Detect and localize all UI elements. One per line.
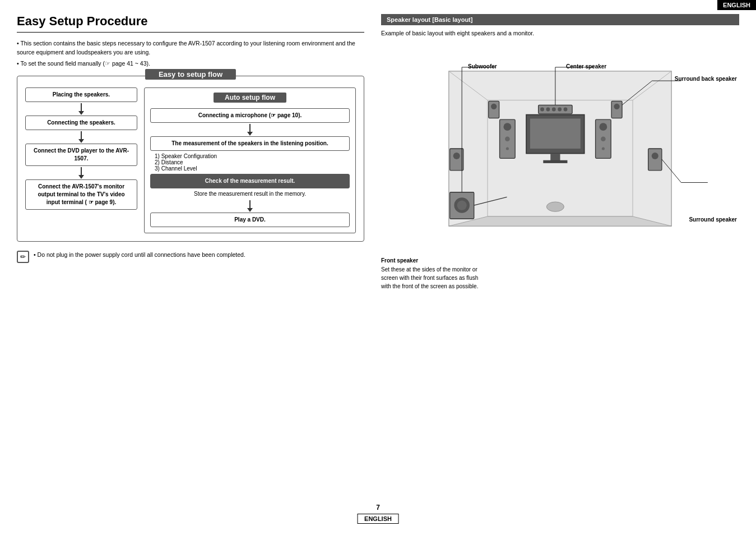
- left-steps: Placing the speakers. Connecting the spe…: [25, 87, 137, 233]
- bottom-english-label: ENGLISH: [357, 514, 399, 524]
- intro-section: This section contains the basic steps ne…: [17, 39, 364, 68]
- svg-point-21: [506, 147, 509, 150]
- svg-point-20: [505, 136, 510, 141]
- svg-point-23: [599, 123, 607, 131]
- arrow-auto-1: [247, 123, 253, 136]
- auto-setup-column: Auto setup flow Connecting a microphone …: [144, 87, 356, 233]
- svg-point-25: [602, 147, 605, 150]
- step-play-dvd: Play a DVD.: [150, 213, 350, 227]
- svg-point-13: [540, 108, 544, 112]
- auto-setup-title: Auto setup flow: [214, 93, 286, 103]
- note-section: Do not plug in the power supply cord unt…: [17, 251, 364, 263]
- measurement-item-2: 2) Distance: [155, 159, 345, 165]
- svg-marker-7: [449, 216, 671, 226]
- measurement-item-3: 3) Channel Level: [155, 165, 345, 172]
- surround-speaker-label: Surround speaker: [689, 216, 737, 223]
- measurement-item-1: 1) Speaker Configuration: [155, 153, 345, 159]
- page-title: Easy Setup Procedure: [17, 14, 364, 33]
- svg-point-24: [601, 136, 606, 141]
- svg-point-15: [552, 108, 556, 112]
- flow-inner: Placing the speakers. Connecting the spe…: [25, 87, 356, 233]
- svg-point-19: [503, 123, 511, 131]
- arrow-auto-2: [247, 199, 253, 213]
- front-speaker-desc-block: Front speaker Set these at the sides of …: [381, 257, 482, 290]
- step-measurement: The measurement of the speakers in the l…: [150, 136, 350, 151]
- svg-rect-10: [550, 154, 560, 161]
- front-speaker-section: Front speaker Set these at the sides of …: [381, 257, 739, 290]
- top-english-bar: ENGLISH: [717, 0, 756, 10]
- step-placing: Placing the speakers.: [25, 87, 137, 102]
- page-number: 7: [357, 504, 399, 511]
- svg-rect-9: [530, 118, 581, 149]
- svg-rect-11: [543, 160, 567, 163]
- speaker-diagram-svg: [381, 42, 739, 255]
- svg-point-29: [614, 104, 619, 109]
- speaker-layout-desc: Example of basic layout with eight speak…: [381, 30, 739, 36]
- front-speaker-title: Front speaker: [381, 257, 482, 264]
- subwoofer-label: Subwoofer: [468, 63, 497, 70]
- step-check: Check of the measurement result.: [150, 174, 350, 188]
- step-dvd: Connect the DVD player to the AVR-1507.: [25, 144, 137, 166]
- front-speaker-desc: Set these at the sides of the monitor or…: [381, 265, 482, 290]
- arrow-2: [78, 130, 84, 144]
- flow-title: Easy to setup flow: [145, 69, 236, 80]
- svg-point-17: [564, 108, 568, 112]
- svg-point-36: [457, 200, 467, 210]
- store-text: Store the measurement result in the memo…: [150, 188, 350, 199]
- intro-bullet-2: To set the sound field manually (☞ page …: [17, 59, 364, 68]
- note-icon: [17, 251, 29, 263]
- step-monitor: Connect the AVR-1507's monitor output te…: [25, 179, 137, 210]
- arrow-1: [78, 102, 84, 116]
- svg-point-16: [558, 108, 562, 112]
- speaker-diagram: Subwoofer Center speaker Surround back s…: [381, 42, 739, 255]
- right-column: Speaker layout [Basic layout] Example of…: [375, 14, 739, 290]
- flow-container: Easy to setup flow Placing the speakers.…: [17, 76, 364, 242]
- note-content: Do not plug in the power supply cord unt…: [34, 251, 245, 260]
- measurement-items: 1) Speaker Configuration 2) Distance 3) …: [150, 151, 350, 174]
- arrow-3: [78, 166, 84, 179]
- svg-point-33: [652, 153, 658, 159]
- center-speaker-label: Center speaker: [566, 63, 606, 70]
- note-text: Do not plug in the power supply cord unt…: [34, 251, 245, 260]
- svg-point-31: [453, 153, 460, 159]
- intro-bullet-1: This section contains the basic steps ne…: [17, 39, 364, 57]
- page-bottom: 7 ENGLISH: [357, 504, 399, 524]
- svg-point-27: [491, 104, 497, 109]
- step-microphone: Connecting a microphone (☞ page 10).: [150, 108, 350, 123]
- speaker-layout-header: Speaker layout [Basic layout]: [381, 14, 739, 25]
- svg-point-14: [546, 108, 550, 112]
- svg-point-37: [546, 202, 564, 211]
- step-connecting: Connecting the speakers.: [25, 116, 137, 130]
- svg-rect-30: [450, 149, 463, 170]
- surround-back-label: Surround back speaker: [675, 76, 737, 82]
- left-column: Easy Setup Procedure This section contai…: [17, 14, 375, 290]
- svg-rect-32: [648, 149, 662, 170]
